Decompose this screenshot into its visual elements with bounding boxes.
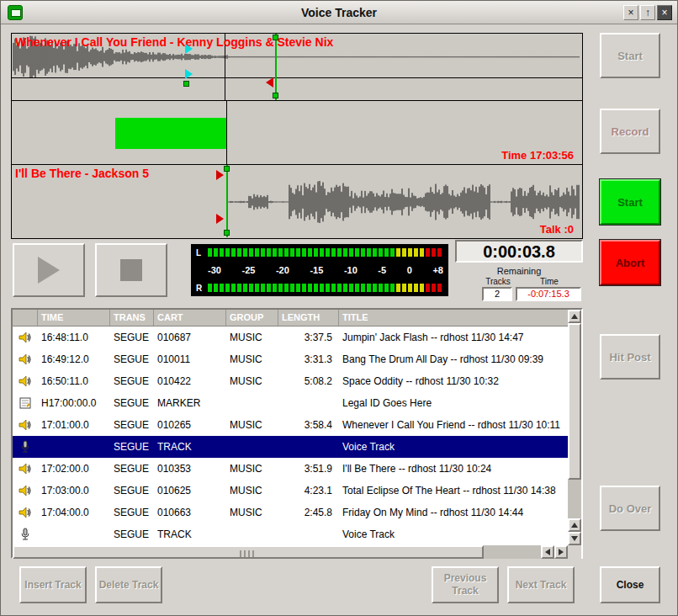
cell-cart: TRACK (154, 436, 226, 458)
track3-start-line[interactable] (226, 165, 228, 237)
close-icon[interactable]: × (657, 5, 672, 20)
waveform-panel: Whenever I Call You Friend - Kenny Loggi… (11, 33, 583, 239)
cell-cart: 010422 (154, 370, 226, 392)
horizontal-scrollbar[interactable] (13, 545, 568, 559)
titlebar[interactable]: Voice Tracker × ↑ × (1, 1, 677, 24)
cell-group: MUSIC (226, 414, 278, 436)
cell-time: 17:03:00.0 (38, 480, 110, 502)
track3-waveform-area[interactable]: I'll Be There - Jackson 5 Talk :0 (12, 165, 582, 238)
abort-button[interactable]: Abort (600, 240, 660, 285)
time-panel: 0:00:03.8 Remaining Tracks Time 2 -0:07:… (455, 240, 583, 302)
cell-group (226, 523, 278, 545)
horizontal-scroll-thumb[interactable] (13, 545, 484, 559)
track1-waveform-area[interactable]: Whenever I Call You Friend - Kenny Loggi… (12, 34, 582, 101)
scroll-right-button[interactable] (554, 545, 568, 559)
start-button-top[interactable]: Start (600, 33, 660, 78)
voicetrack-waveform-area[interactable]: Time 17:03:56 (12, 101, 582, 165)
delete-track-button[interactable]: Delete Track (95, 566, 162, 603)
minimize-icon[interactable]: × (623, 5, 638, 20)
mic-icon (13, 436, 38, 458)
arrow-up-icon (571, 314, 578, 319)
table-row[interactable]: SEGUE TRACK Voice Track (13, 523, 568, 545)
audio-level-meter: L -30 -25 -20 -15 -10 -5 0 +8 R (191, 244, 448, 296)
voice-track-region[interactable] (115, 118, 226, 149)
header-title[interactable]: TITLE (339, 310, 568, 326)
table-row[interactable]: 17:01:00.0 SEGUE 010265 MUSIC 3:58.4 Whe… (13, 414, 568, 436)
cell-title: Voice Track (339, 523, 568, 545)
table-row[interactable]: 16:48:11.0 SEGUE 010687 MUSIC 3:37.5 Jum… (13, 327, 568, 348)
log-table-header: TIME TRANS CART GROUP LENGTH TITLE (13, 310, 568, 327)
scroll-up-button[interactable] (568, 310, 581, 323)
speaker-icon (13, 458, 38, 480)
table-row[interactable]: SEGUE TRACK Voice Track (13, 436, 568, 458)
fadeout-marker-icon[interactable] (185, 69, 193, 79)
right-meter-segments (208, 284, 443, 292)
table-row[interactable]: 17:02:00.0 SEGUE 010353 MUSIC 3:51.9 I'l… (13, 458, 568, 480)
cell-length: 3:31.3 (278, 348, 339, 370)
close-button[interactable]: Close (600, 566, 660, 603)
insert-track-button[interactable]: Insert Track (19, 566, 87, 603)
speaker-icon (13, 348, 38, 370)
cell-group: MUSIC (226, 327, 278, 348)
maximize-icon[interactable]: ↑ (640, 5, 655, 20)
cell-cart: 010011 (154, 348, 226, 370)
start-button-active[interactable]: Start (600, 179, 660, 225)
remaining-time-label: Time (527, 277, 571, 286)
marker-handle[interactable] (273, 93, 278, 98)
header-time[interactable]: TIME (38, 310, 110, 326)
table-row[interactable]: 16:50:11.0 SEGUE 010422 MUSIC 5:08.2 Spa… (13, 370, 568, 392)
cell-title: Jumpin' Jack Flash -- rdhost 11/30 14:47 (339, 327, 568, 348)
scroll-up-button-2[interactable] (568, 518, 581, 532)
cell-group: MUSIC (226, 480, 278, 502)
cell-time: H17:00:00.0 (38, 392, 110, 414)
stop-button[interactable] (95, 243, 167, 297)
table-row[interactable]: 17:03:00.0 SEGUE 010625 MUSIC 4:23.1 Tot… (13, 480, 568, 502)
scroll-down-button[interactable] (568, 532, 581, 545)
header-group[interactable]: GROUP (226, 310, 278, 326)
marker-handle[interactable] (224, 166, 230, 172)
voice-tracker-window: Voice Tracker × ↑ × Whenever I Call You … (0, 0, 678, 616)
hit-post-button[interactable]: Hit Post (600, 334, 660, 380)
fadeout-marker-icon[interactable] (185, 44, 193, 54)
cell-group: MUSIC (226, 370, 278, 392)
do-over-button[interactable]: Do Over (600, 486, 660, 531)
meter-scale: -30 -25 -20 -15 -10 -5 0 +8 (208, 265, 443, 276)
marker-handle[interactable] (183, 81, 189, 87)
header-length[interactable]: LENGTH (278, 310, 339, 326)
cell-cart: 010663 (154, 502, 226, 523)
remaining-time-value: -0:07:15.3 (516, 287, 581, 301)
cell-length: 3:58.4 (278, 414, 339, 436)
table-row[interactable]: H17:00:00.0 SEGUE MARKER Legal ID Goes H… (13, 392, 568, 414)
vertical-scroll-thumb[interactable] (568, 323, 581, 480)
cell-title: Friday On My Mind -- rdhost 11/30 14:44 (339, 502, 568, 523)
remaining-label: Remaining (455, 266, 583, 276)
header-cart[interactable]: CART (154, 310, 226, 326)
table-row[interactable]: 17:04:00.0 SEGUE 010663 MUSIC 2:45.8 Fri… (13, 502, 568, 523)
previous-track-button[interactable]: Previous Track (432, 566, 499, 603)
marker-handle[interactable] (224, 230, 230, 236)
arrow-right-icon (559, 549, 564, 555)
cell-trans: SEGUE (110, 458, 154, 480)
cell-time: 16:49:12.0 (38, 348, 110, 370)
arrow-up-icon (571, 523, 578, 528)
cell-title: Total Eclipse Of The Heart -- rdhost 11/… (339, 480, 568, 502)
play-button[interactable] (13, 243, 85, 297)
marker-handle[interactable] (273, 35, 278, 40)
speaker-icon (13, 414, 38, 436)
scroll-left-button[interactable] (541, 545, 554, 559)
cell-time (38, 523, 110, 545)
record-button[interactable]: Record (600, 109, 660, 154)
scrollbar-corner (568, 545, 581, 559)
remaining-tracks-label: Tracks (480, 277, 516, 286)
vertical-scrollbar[interactable] (568, 310, 581, 545)
cell-cart: 010687 (154, 327, 226, 348)
play-icon (38, 257, 60, 284)
table-row[interactable]: 16:49:12.0 SEGUE 010011 MUSIC 3:31.3 Ban… (13, 348, 568, 370)
cell-time (38, 436, 110, 458)
next-track-button[interactable]: Next Track (507, 566, 575, 603)
header-trans[interactable]: TRANS (110, 310, 154, 326)
start-marker-icon[interactable] (216, 214, 224, 224)
end-marker-icon[interactable] (266, 77, 273, 88)
cell-group (226, 392, 278, 414)
start-marker-icon[interactable] (216, 170, 224, 180)
